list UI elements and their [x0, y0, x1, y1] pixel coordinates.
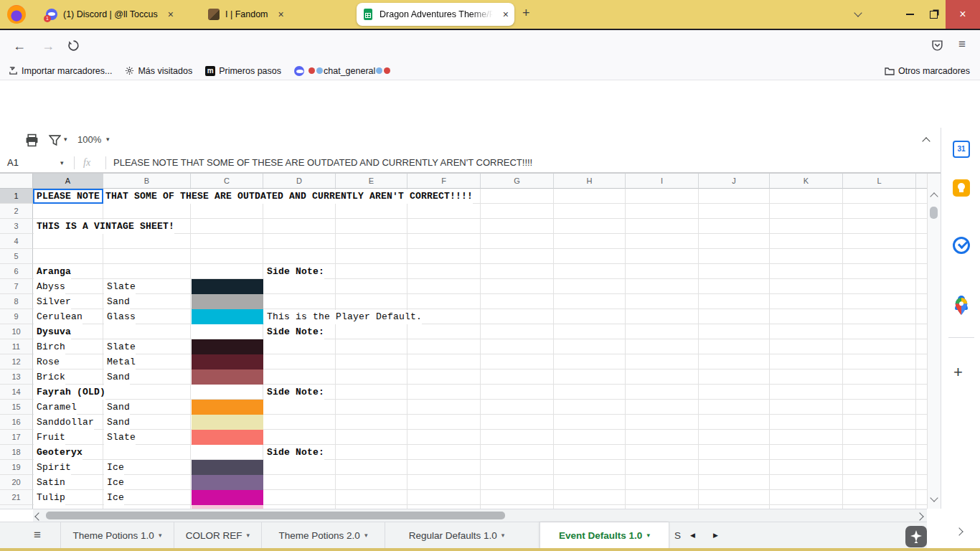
other-bookmarks-button[interactable]: Otros marcadores [885, 66, 970, 76]
maps-icon[interactable] [953, 298, 970, 315]
color-swatch-cell-C8[interactable] [192, 294, 263, 309]
cell-A6[interactable]: Aranga [34, 265, 71, 279]
zoom-caret-icon[interactable]: ▾ [106, 136, 110, 143]
cell-A9[interactable]: Cerulean [34, 310, 83, 324]
cell-B8[interactable]: Sand [104, 295, 130, 309]
browser-tab-sheets-active[interactable]: Dragon Adventures Theme/Pres × [357, 3, 514, 26]
column-header-J[interactable]: J [699, 174, 770, 189]
tab-close-icon[interactable]: × [168, 9, 174, 20]
row-header-16[interactable]: 16 [0, 415, 33, 430]
row-header-3[interactable]: 3 [0, 219, 33, 234]
namebox-caret-icon[interactable]: ▾ [60, 159, 64, 166]
cell-B17[interactable]: Slate [104, 430, 136, 445]
hamburger-menu-icon[interactable]: ≡ [958, 37, 966, 52]
color-swatch-cell-C19[interactable] [192, 460, 263, 475]
cell-A16[interactable]: Sanddollar [34, 415, 94, 430]
color-swatch-cell-C9[interactable] [192, 309, 263, 324]
column-header-G[interactable]: G [481, 174, 554, 189]
tab-list-chevron[interactable] [854, 9, 862, 17]
sheet-tab-caret-icon[interactable]: ▾ [646, 532, 650, 539]
column-header-D[interactable]: D [263, 174, 336, 189]
cell-A21[interactable]: Tulip [34, 491, 65, 505]
column-header-sliver[interactable] [916, 174, 927, 189]
column-header-F[interactable]: F [407, 174, 481, 189]
cell-B13[interactable]: Sand [104, 370, 130, 385]
cell-D14[interactable]: Side Note: [264, 385, 324, 400]
cell-B7[interactable]: Slate [104, 280, 136, 294]
color-swatch-cell-C13[interactable] [192, 369, 263, 385]
sheet-tab-regular-defaults-1-0[interactable]: Regular Defaults 1.0▾ [385, 522, 528, 548]
sheet-tab-caret-icon[interactable]: ▾ [159, 532, 162, 539]
color-swatch-cell-C22[interactable] [192, 505, 263, 509]
bookmark-importar[interactable]: Importar marcadores... [9, 66, 112, 76]
sheet-scroll-left-icon[interactable]: ◀ [690, 532, 695, 539]
calendar-icon[interactable]: 31 [953, 141, 970, 158]
horizontal-scrollbar-thumb[interactable] [46, 512, 505, 519]
pocket-shield-icon[interactable] [931, 39, 943, 52]
column-header-B[interactable]: B [103, 174, 191, 189]
cell-D9[interactable]: This is the Player Default. [264, 310, 422, 324]
cell-A15[interactable]: Caramel [34, 400, 77, 415]
cell-D10[interactable]: Side Note: [264, 325, 324, 339]
row-header-4[interactable]: 4 [0, 234, 33, 249]
cell-A19[interactable]: Spirit [34, 461, 71, 475]
row-header-10[interactable]: 10 [0, 324, 33, 339]
cell-B9[interactable]: Glass [104, 310, 136, 324]
vertical-scrollbar-thumb[interactable] [930, 207, 938, 219]
cell-B20[interactable]: Ice [104, 476, 124, 490]
restore-button[interactable] [922, 0, 946, 29]
column-header-E[interactable]: E [336, 174, 407, 189]
cell-A10[interactable]: Dysuva [34, 325, 71, 339]
tab-close-icon[interactable]: × [503, 9, 509, 20]
row-header-sliver[interactable] [0, 505, 33, 509]
cell-A11[interactable]: Birch [34, 340, 65, 354]
row-header-21[interactable]: 21 [0, 490, 33, 505]
color-swatch-cell-C21[interactable] [192, 490, 263, 505]
color-swatch-cell-C15[interactable] [192, 400, 263, 415]
back-icon[interactable]: ← [13, 39, 26, 54]
minimize-button[interactable] [898, 0, 922, 29]
bookmark-chat-general[interactable]: chat_general [294, 66, 391, 76]
row-header-12[interactable]: 12 [0, 354, 33, 369]
cell-A20[interactable]: Satin [34, 476, 65, 490]
row-header-2[interactable]: 2 [0, 204, 33, 219]
formula-input[interactable]: PLEASE NOTE THAT SOME OF THESE ARE OUTDA… [113, 154, 532, 172]
cell-B11[interactable]: Slate [104, 340, 136, 354]
color-swatch-cell-C7[interactable] [192, 279, 263, 294]
cell-A14[interactable]: Fayrah (OLD) [34, 385, 105, 400]
sheet-tab-event-defaults-1-0[interactable]: Event Defaults 1.0▾ [540, 522, 669, 548]
cell-A3[interactable]: THIS IS A VINTAGE SHEET! [34, 220, 174, 234]
row-header-15[interactable]: 15 [0, 400, 33, 415]
row-header-5[interactable]: 5 [0, 249, 33, 264]
row-header-8[interactable]: 8 [0, 294, 33, 309]
horizontal-scrollbar[interactable] [0, 509, 927, 522]
spreadsheet-grid[interactable]: ABCDEFGHIJKL1234567891011121314151617181… [0, 174, 927, 509]
sheet-tab-theme-potions-2-0[interactable]: Theme Potions 2.0▾ [261, 522, 385, 548]
cell-B21[interactable]: Ice [104, 491, 124, 505]
sheet-scroll-right-icon[interactable]: ▶ [713, 532, 718, 539]
browser-tab-discord[interactable]: 1 (1) Discord | @ll Toccus × [40, 3, 202, 26]
row-header-7[interactable]: 7 [0, 279, 33, 294]
sheet-tab-theme-potions-1-0[interactable]: Theme Potions 1.0▾ [60, 522, 174, 548]
color-swatch-cell-C16[interactable] [192, 415, 263, 430]
scroll-down-icon[interactable] [930, 494, 938, 501]
scroll-up-icon[interactable] [930, 192, 938, 200]
cell-A8[interactable]: Silver [34, 295, 71, 309]
print-icon[interactable] [25, 133, 39, 147]
reload-icon[interactable] [67, 39, 80, 52]
all-sheets-hamburger-icon[interactable]: ≡ [34, 528, 41, 542]
cell-B16[interactable]: Sand [104, 415, 130, 430]
sheet-tab-color-ref[interactable]: COLOR REF▾ [174, 522, 261, 548]
sheet-tab-caret-icon[interactable]: ▾ [364, 532, 368, 539]
column-header-C[interactable]: C [191, 174, 263, 189]
cell-A18[interactable]: Geoteryx [34, 446, 83, 460]
sheet-tab-caret-icon[interactable]: ▾ [501, 532, 505, 539]
filter-icon[interactable] [49, 134, 61, 146]
browser-tab-fandom[interactable]: I | Fandom × [202, 3, 357, 26]
cell-A7[interactable]: Abyss [34, 280, 65, 294]
side-panel-collapse-chevron[interactable] [955, 527, 963, 535]
column-header-L[interactable]: L [843, 174, 916, 189]
color-swatch-cell-C11[interactable] [192, 339, 263, 354]
vertical-scrollbar[interactable] [927, 174, 941, 509]
column-header-A[interactable]: A [33, 174, 103, 189]
